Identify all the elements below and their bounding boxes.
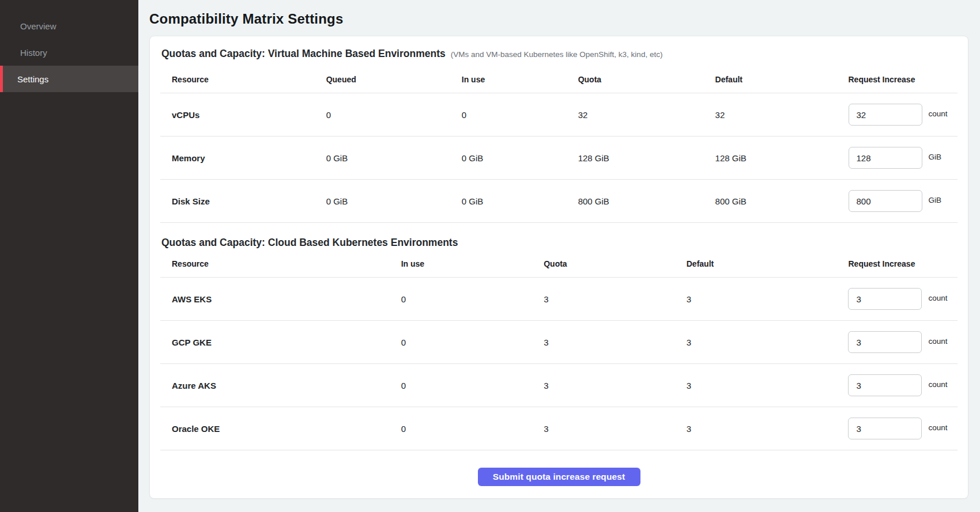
quota-value: 3 xyxy=(544,278,687,321)
main-content: Compatibility Matrix Settings Quotas and… xyxy=(138,0,980,512)
section-title-cloud-k8s: Quotas and Capacity: Cloud Based Kuberne… xyxy=(161,237,458,249)
resource-name: Memory xyxy=(160,136,326,180)
quota-value: 800 GiB xyxy=(578,180,715,223)
section-vm-environments: Quotas and Capacity: Virtual Machine Bas… xyxy=(160,48,958,223)
quota-value: 3 xyxy=(544,407,687,450)
col-header-queued: Queued xyxy=(326,60,462,93)
quota-value: 128 GiB xyxy=(578,136,715,180)
unit-label: count xyxy=(928,337,947,346)
quota-value: 3 xyxy=(544,364,687,407)
quota-value: 32 xyxy=(578,93,715,136)
default-value: 128 GiB xyxy=(715,136,849,180)
in-use-value: 0 GiB xyxy=(462,136,578,180)
page-title: Compatibility Matrix Settings xyxy=(149,10,968,28)
resource-name: AWS EKS xyxy=(160,278,401,321)
unit-label: count xyxy=(928,423,947,432)
table-row: GCP GKE 0 3 3 count xyxy=(160,321,958,364)
resource-name: vCPUs xyxy=(160,93,326,136)
default-value: 3 xyxy=(687,321,849,364)
vcpus-request-input[interactable] xyxy=(849,104,922,126)
table-header-row: Resource In use Quota Default Request In… xyxy=(160,249,958,278)
sidebar-item-overview[interactable]: Overview xyxy=(0,13,138,39)
azure-aks-request-input[interactable] xyxy=(848,374,922,396)
section-title-vm: Quotas and Capacity: Virtual Machine Bas… xyxy=(161,48,446,60)
col-header-quota: Quota xyxy=(544,249,687,278)
in-use-value: 0 GiB xyxy=(462,180,578,223)
settings-card: Quotas and Capacity: Virtual Machine Bas… xyxy=(149,36,968,499)
section-cloud-k8s-environments: Quotas and Capacity: Cloud Based Kuberne… xyxy=(160,237,958,450)
resource-name: Disk Size xyxy=(160,180,326,223)
queued-value: 0 GiB xyxy=(326,180,462,223)
col-header-in-use: In use xyxy=(462,60,578,93)
default-value: 800 GiB xyxy=(715,180,849,223)
queued-value: 0 GiB xyxy=(326,136,462,180)
default-value: 32 xyxy=(715,93,849,136)
resource-name: Azure AKS xyxy=(160,364,401,407)
quota-value: 3 xyxy=(544,321,687,364)
unit-label: GiB xyxy=(929,153,942,161)
table-row: AWS EKS 0 3 3 count xyxy=(160,278,958,321)
in-use-value: 0 xyxy=(401,321,544,364)
gcp-gke-request-input[interactable] xyxy=(848,331,922,353)
table-row: Azure AKS 0 3 3 count xyxy=(160,364,958,407)
unit-label: count xyxy=(928,380,947,389)
sidebar: Overview History Settings xyxy=(0,0,138,512)
queued-value: 0 xyxy=(326,93,462,136)
sidebar-item-settings[interactable]: Settings xyxy=(0,66,138,92)
col-header-in-use: In use xyxy=(401,249,544,278)
vm-quota-table: Resource Queued In use Quota Default Req… xyxy=(160,60,958,223)
unit-label: count xyxy=(929,109,948,118)
col-header-default: Default xyxy=(715,60,849,93)
table-header-row: Resource Queued In use Quota Default Req… xyxy=(160,60,958,93)
submit-quota-increase-button[interactable]: Submit quota increase request xyxy=(478,468,640,486)
unit-label: count xyxy=(928,294,947,302)
table-row: vCPUs 0 0 32 32 count xyxy=(160,93,958,136)
resource-name: Oracle OKE xyxy=(160,407,401,450)
sidebar-item-history[interactable]: History xyxy=(0,39,138,66)
col-header-request-increase: Request Increase xyxy=(849,60,958,93)
default-value: 3 xyxy=(687,407,849,450)
table-row: Oracle OKE 0 3 3 count xyxy=(160,407,958,450)
oracle-oke-request-input[interactable] xyxy=(848,418,922,439)
memory-request-input[interactable] xyxy=(849,147,922,169)
col-header-resource: Resource xyxy=(160,60,326,93)
disk-size-request-input[interactable] xyxy=(849,190,922,212)
col-header-quota: Quota xyxy=(578,60,715,93)
aws-eks-request-input[interactable] xyxy=(848,288,922,310)
in-use-value: 0 xyxy=(401,407,544,450)
cloud-k8s-quota-table: Resource In use Quota Default Request In… xyxy=(160,249,958,450)
in-use-value: 0 xyxy=(401,364,544,407)
in-use-value: 0 xyxy=(462,93,578,136)
col-header-request-increase: Request Increase xyxy=(848,249,958,278)
section-subtitle-vm: (VMs and VM-based Kubernetes like OpenSh… xyxy=(451,50,663,59)
in-use-value: 0 xyxy=(401,278,544,321)
default-value: 3 xyxy=(687,278,849,321)
default-value: 3 xyxy=(687,364,849,407)
col-header-default: Default xyxy=(687,249,849,278)
unit-label: GiB xyxy=(929,196,942,204)
resource-name: GCP GKE xyxy=(160,321,401,364)
table-row: Disk Size 0 GiB 0 GiB 800 GiB 800 GiB Gi… xyxy=(160,180,958,223)
table-row: Memory 0 GiB 0 GiB 128 GiB 128 GiB GiB xyxy=(160,136,958,180)
col-header-resource: Resource xyxy=(160,249,401,278)
